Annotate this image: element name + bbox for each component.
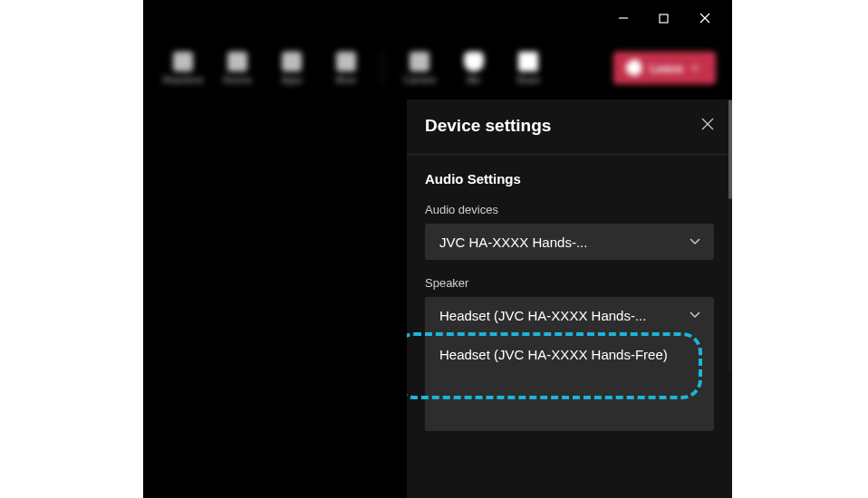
window-titlebar <box>143 0 732 36</box>
audio-devices-label: Audio devices <box>425 203 714 216</box>
mic-icon <box>464 52 484 72</box>
reactions-icon <box>173 52 193 72</box>
maximize-button[interactable] <box>643 5 684 32</box>
share-label: Share <box>516 75 541 85</box>
panel-close-button[interactable] <box>701 118 714 134</box>
device-settings-panel: Device settings Audio Settings Audio dev… <box>406 100 732 498</box>
scrollbar-thumb[interactable] <box>728 100 732 199</box>
apps-icon <box>282 52 302 72</box>
rooms-label: Rooms <box>223 75 252 85</box>
reactions-button[interactable]: Reactions <box>159 44 207 91</box>
speaker-option-1[interactable]: Headset (JVC HA-XXXX Hands-Free) <box>425 333 714 377</box>
leave-button[interactable]: Leave <box>613 52 716 84</box>
maximize-icon <box>659 14 669 24</box>
leave-label: Leave <box>650 62 683 75</box>
speaker-label: Speaker <box>425 276 714 290</box>
speaker-dropdown[interactable]: Headset (JVC HA-XXXX Hands-... <box>425 297 714 333</box>
svg-rect-1 <box>660 14 668 23</box>
mic-label: Mic <box>467 75 481 85</box>
panel-header: Device settings <box>407 100 732 155</box>
panel-body: Audio Settings Audio devices JVC HA-XXXX… <box>407 155 732 495</box>
reactions-label: Reactions <box>163 75 203 85</box>
camera-button[interactable]: Camera <box>396 44 443 91</box>
minimize-icon <box>618 13 629 24</box>
close-icon <box>701 118 714 130</box>
chevron-down-icon <box>689 235 701 250</box>
more-icon <box>336 52 356 72</box>
audio-devices-value: JVC HA-XXXX Hands-... <box>439 235 587 250</box>
chevron-down-icon <box>689 308 701 323</box>
camera-icon <box>410 52 429 72</box>
camera-label: Camera <box>403 75 436 85</box>
more-label: More <box>336 75 357 85</box>
hangup-icon <box>622 56 645 79</box>
share-icon <box>518 52 538 72</box>
speaker-dropdown-list: Headset (JVC HA-XXXX Hands-Free) <box>425 333 714 431</box>
panel-title: Device settings <box>425 116 551 136</box>
audio-settings-heading: Audio Settings <box>425 171 714 187</box>
minimize-button[interactable] <box>603 5 643 32</box>
audio-devices-dropdown[interactable]: JVC HA-XXXX Hands-... <box>425 224 714 260</box>
close-icon <box>699 13 710 24</box>
chevron-down-icon <box>690 63 699 72</box>
share-button[interactable]: Share <box>505 44 552 91</box>
rooms-button[interactable]: Rooms <box>214 44 261 91</box>
speaker-option-blank[interactable] <box>425 377 714 431</box>
meeting-toolbar: Reactions Rooms Apps More Camera Mic Sha… <box>143 36 732 100</box>
toolbar-divider <box>382 52 383 84</box>
apps-button[interactable]: Apps <box>268 44 315 91</box>
app-window: Reactions Rooms Apps More Camera Mic Sha… <box>143 0 732 498</box>
mic-button[interactable]: Mic <box>450 44 497 91</box>
speaker-value: Headset (JVC HA-XXXX Hands-... <box>439 308 646 323</box>
rooms-icon <box>227 52 247 72</box>
more-button[interactable]: More <box>323 44 370 91</box>
window-close-button[interactable] <box>684 5 725 32</box>
apps-label: Apps <box>282 75 303 85</box>
